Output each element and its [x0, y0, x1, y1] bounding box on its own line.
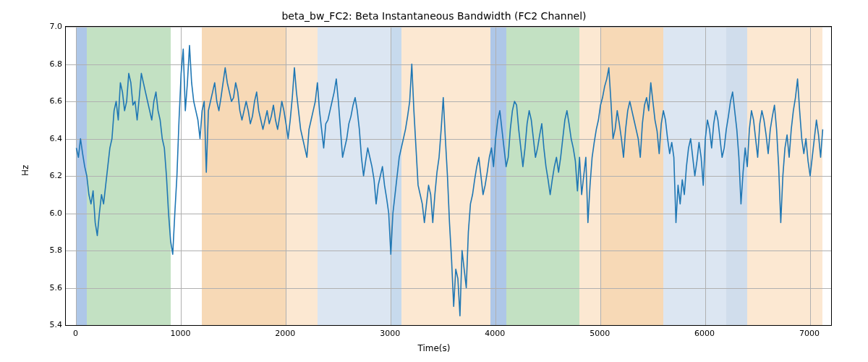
y-tick-label: 6.2: [33, 171, 62, 180]
x-tick-label: 1000: [170, 329, 190, 338]
x-tick-label: 6000: [694, 329, 715, 338]
x-tick-label: 3000: [380, 329, 400, 338]
x-tick-label: 5000: [590, 329, 610, 338]
chart-title: beta_bw_FC2: Beta Instantaneous Bandwidt…: [0, 10, 868, 22]
x-tick-label: 7000: [799, 329, 820, 338]
figure: beta_bw_FC2: Beta Instantaneous Bandwidt…: [0, 0, 868, 362]
x-tick-label: 2000: [275, 329, 295, 338]
plot-area: [65, 26, 832, 326]
signal-line: [66, 27, 831, 325]
y-tick-label: 7.0: [33, 22, 62, 31]
y-tick-label: 6.6: [33, 96, 62, 106]
x-tick-label: 0: [73, 329, 78, 338]
gridline-horizontal: [66, 325, 831, 326]
y-tick-label: 6.4: [33, 133, 62, 143]
y-tick-label: 6.0: [33, 208, 62, 217]
y-tick-label: 5.6: [33, 282, 62, 292]
y-axis-label: Hz: [20, 165, 30, 176]
y-tick-label: 5.8: [33, 245, 62, 255]
x-axis-label: Time(s): [0, 343, 868, 353]
y-tick-label: 5.4: [33, 320, 62, 329]
x-tick-label: 4000: [485, 329, 505, 338]
y-tick-label: 6.8: [33, 59, 62, 68]
